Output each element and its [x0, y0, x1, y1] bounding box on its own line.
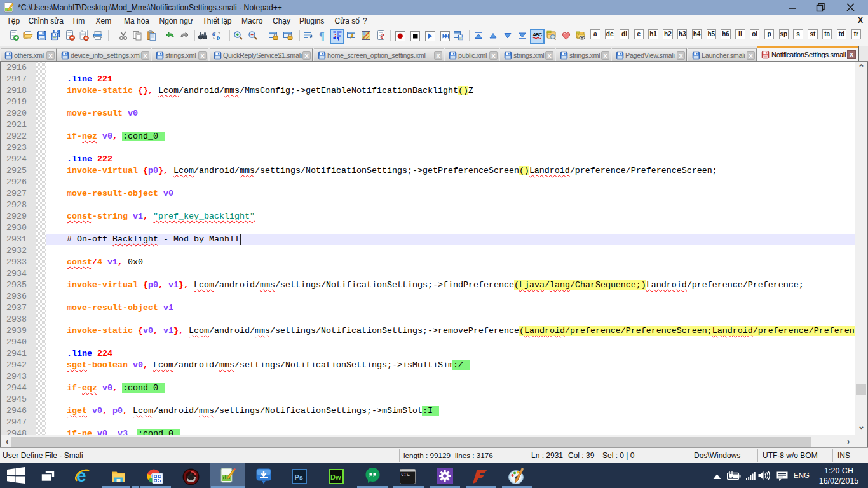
- svg-text:Dw: Dw: [330, 473, 341, 481]
- svg-text:b: b: [217, 34, 220, 41]
- svg-text:a: a: [212, 30, 215, 37]
- svg-text:ABC: ABC: [532, 32, 542, 37]
- svg-text:Ps: Ps: [295, 473, 303, 481]
- svg-text:¶: ¶: [319, 30, 325, 41]
